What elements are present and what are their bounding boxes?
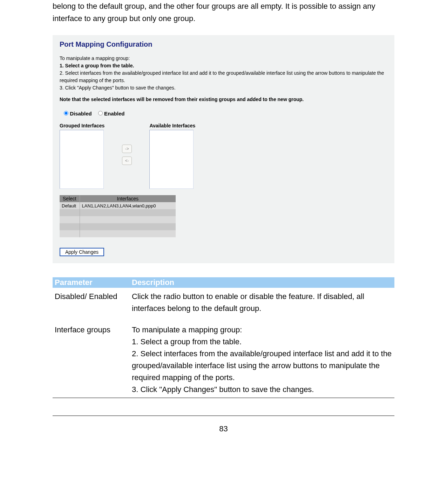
grouped-column: Grouped Interfaces bbox=[60, 123, 104, 189]
cell-select bbox=[60, 223, 80, 230]
radio-disabled-label: Disabled bbox=[70, 111, 92, 117]
move-right-button[interactable]: -> bbox=[122, 145, 132, 153]
intro-paragraph: belong to the default group, and the oth… bbox=[53, 0, 394, 25]
grouped-label: Grouped Interfaces bbox=[60, 123, 104, 128]
parameter-description-table: Parameter Description Disabled/ Enabled … bbox=[53, 277, 394, 398]
instr-lead: To manipulate a mapping group: bbox=[60, 55, 387, 62]
grouped-listbox[interactable] bbox=[60, 130, 104, 189]
th-select: Select bbox=[60, 195, 80, 202]
page-footer: 83 bbox=[53, 416, 394, 433]
interface-table: Select Interfaces Default LAN1,LAN2,LAN3… bbox=[60, 195, 176, 237]
param-row: Interface groups To manipulate a mapping… bbox=[53, 321, 394, 398]
arrow-buttons: -> <- bbox=[122, 123, 132, 165]
panel-instructions: To manipulate a mapping group: 1. Select… bbox=[60, 55, 387, 92]
param-name: Interface groups bbox=[53, 321, 130, 398]
instr-step-2: 2. Select interfaces from the available/… bbox=[60, 69, 387, 84]
panel-title: Port Mapping Configuration bbox=[60, 40, 387, 48]
cell-interfaces: LAN1,LAN2,LAN3,LAN4,wlan0,ppp0 bbox=[80, 202, 176, 209]
table-row[interactable] bbox=[60, 209, 176, 216]
interface-transfer: Grouped Interfaces -> <- Available Inter… bbox=[60, 123, 387, 189]
radio-disabled-input[interactable] bbox=[64, 111, 68, 115]
table-row[interactable] bbox=[60, 223, 176, 230]
radio-disabled[interactable]: Disabled bbox=[64, 111, 93, 117]
available-listbox[interactable] bbox=[149, 130, 194, 189]
panel-note: Note that the selected interfaces will b… bbox=[60, 97, 387, 102]
cell-select: Default bbox=[60, 202, 80, 209]
cell-interfaces bbox=[80, 223, 176, 230]
cell-select bbox=[60, 209, 80, 216]
param-desc: To manipulate a mapping group: 1. Select… bbox=[130, 321, 394, 398]
th-interfaces: Interfaces bbox=[80, 195, 176, 202]
available-label: Available Interfaces bbox=[149, 123, 195, 128]
radio-enabled-input[interactable] bbox=[98, 111, 103, 115]
radio-enabled[interactable]: Enabled bbox=[98, 111, 125, 117]
param-row: Disabled/ Enabled Click the radio button… bbox=[53, 288, 394, 321]
move-left-button[interactable]: <- bbox=[122, 157, 132, 165]
available-column: Available Interfaces bbox=[149, 123, 195, 189]
param-desc: Click the radio button to enable or disa… bbox=[130, 288, 394, 321]
param-name: Disabled/ Enabled bbox=[53, 288, 130, 321]
table-row[interactable] bbox=[60, 216, 176, 223]
cell-interfaces bbox=[80, 230, 176, 237]
radio-enabled-label: Enabled bbox=[104, 111, 124, 117]
page-number: 83 bbox=[219, 424, 228, 433]
cell-select bbox=[60, 230, 80, 237]
cell-interfaces bbox=[80, 216, 176, 223]
instr-step-3: 3. Click "Apply Changes" button to save … bbox=[60, 84, 387, 92]
cell-select bbox=[60, 216, 80, 223]
th-description: Description bbox=[130, 277, 394, 288]
apply-changes-button[interactable]: Apply Changes bbox=[60, 248, 104, 256]
cell-interfaces bbox=[80, 209, 176, 216]
instr-step-1: 1. Select a group from the table. bbox=[60, 62, 387, 69]
table-row[interactable]: Default LAN1,LAN2,LAN3,LAN4,wlan0,ppp0 bbox=[60, 202, 176, 209]
port-mapping-panel: Port Mapping Configuration To manipulate… bbox=[53, 35, 394, 263]
table-row[interactable] bbox=[60, 230, 176, 237]
th-parameter: Parameter bbox=[53, 277, 130, 288]
enable-disable-row: Disabled Enabled bbox=[64, 111, 387, 117]
